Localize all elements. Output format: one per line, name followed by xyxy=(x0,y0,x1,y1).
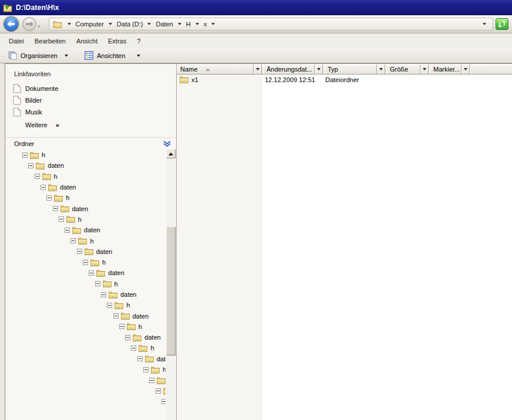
scrollbar-up-button[interactable] xyxy=(166,149,176,158)
menu-item-extras[interactable]: Extras xyxy=(103,36,132,46)
tree-node-h-16[interactable]: h xyxy=(6,321,166,332)
tree-collapse-toggle[interactable] xyxy=(101,292,106,297)
tree-node-h-0[interactable]: h xyxy=(6,150,166,160)
tree-node-h-6[interactable]: h xyxy=(6,214,166,225)
column-filter-dropdown[interactable] xyxy=(462,65,470,74)
tree-node-daten-19[interactable]: daten xyxy=(6,354,166,364)
views-dropdown-arrow xyxy=(137,55,140,57)
address-history-dropdown[interactable] xyxy=(483,23,486,25)
back-button[interactable] xyxy=(4,16,19,32)
tree-node-h-20[interactable]: h xyxy=(6,364,166,375)
favorites-more-link[interactable]: Weitere» xyxy=(25,121,59,128)
tree-collapse-toggle[interactable] xyxy=(125,335,130,340)
tree-node-daten-23[interactable]: daten xyxy=(6,397,166,407)
column-header-name[interactable]: Name xyxy=(177,65,254,74)
menu-item-bearbeiten[interactable]: Bearbeiten xyxy=(29,36,71,46)
column-filter-dropdown[interactable] xyxy=(315,65,323,74)
menu-item-ansicht[interactable]: Ansicht xyxy=(71,36,103,46)
favorite-item-dokumente[interactable]: Dokumente xyxy=(13,84,58,93)
window-folder-icon[interactable] xyxy=(3,4,13,12)
double-chevron-right-icon: » xyxy=(56,121,59,128)
column-filter-dropdown[interactable] xyxy=(377,65,385,74)
tree-node-label: daten xyxy=(108,269,124,276)
tree-node-daten-13[interactable]: daten xyxy=(6,289,166,300)
tree-collapse-toggle[interactable] xyxy=(113,313,119,319)
crumb-separator-icon[interactable] xyxy=(147,23,151,25)
tree-node-label: daten xyxy=(48,162,64,169)
tree-node-h-12[interactable]: h xyxy=(6,279,166,289)
views-button[interactable]: Ansichten xyxy=(81,49,144,62)
file-row-x1[interactable]: x112.12.2009 12:51Dateiordner xyxy=(177,75,512,86)
tree-collapse-toggle[interactable] xyxy=(119,324,124,329)
breadcrumb[interactable]: ComputerData (D:)DatenHx xyxy=(49,18,493,31)
tree-collapse-toggle[interactable] xyxy=(89,270,94,276)
tree-collapse-toggle[interactable] xyxy=(65,228,70,233)
tree-node-daten-21[interactable]: daten xyxy=(6,375,166,385)
tree-node-daten-25[interactable]: daten xyxy=(6,418,166,420)
scrollbar-thumb[interactable] xyxy=(166,226,176,355)
column-filter-dropdown[interactable] xyxy=(420,65,429,74)
tree-collapse-toggle[interactable] xyxy=(83,260,88,265)
tree-node-daten-3[interactable]: daten xyxy=(6,182,166,192)
tree-collapse-toggle[interactable] xyxy=(149,378,154,383)
tree-collapse-toggle[interactable] xyxy=(95,281,100,286)
forward-button[interactable] xyxy=(22,17,36,31)
column-header-typ[interactable]: Typ xyxy=(324,65,377,74)
column-header-gre[interactable]: Größe xyxy=(386,65,420,74)
tree-node-h-10[interactable]: h xyxy=(6,257,166,267)
tree-node-h-2[interactable]: h xyxy=(6,171,166,182)
menu-item-datei[interactable]: Datei xyxy=(4,36,29,46)
crumb-separator-icon[interactable] xyxy=(109,23,112,25)
tree-collapse-toggle[interactable] xyxy=(131,346,136,351)
folders-band[interactable]: Ordner xyxy=(5,137,176,150)
breadcrumb-item-x[interactable]: x xyxy=(203,19,208,29)
tree-node-label: daten xyxy=(120,291,137,298)
tree-node-daten-15[interactable]: daten xyxy=(6,310,166,321)
tree-node-h-14[interactable]: h xyxy=(6,300,166,310)
favorite-item-bilder[interactable]: Bilder xyxy=(13,96,42,105)
tree-collapse-toggle[interactable] xyxy=(156,388,161,394)
tree-node-daten-5[interactable]: daten xyxy=(6,203,166,214)
tree-collapse-toggle[interactable] xyxy=(70,238,76,243)
tree-node-daten-9[interactable]: daten xyxy=(6,246,166,257)
organize-button[interactable]: Organisieren xyxy=(5,49,72,62)
recent-pages-chevron[interactable]: ▿ xyxy=(38,23,41,29)
column-header-markier[interactable]: Markier... xyxy=(430,65,462,74)
tree-node-h-4[interactable]: h xyxy=(6,192,166,203)
breadcrumb-item-daten[interactable]: Daten xyxy=(155,19,173,29)
tree-collapse-toggle[interactable] xyxy=(107,303,112,308)
crumb-separator-icon[interactable] xyxy=(178,23,181,25)
breadcrumb-item-computer[interactable]: Computer xyxy=(75,19,105,29)
refresh-button[interactable] xyxy=(496,18,508,30)
tree-collapse-toggle[interactable] xyxy=(59,216,64,222)
tree-node-h-18[interactable]: h xyxy=(6,343,166,353)
tree-collapse-toggle[interactable] xyxy=(53,206,58,211)
chevron-down-icon[interactable] xyxy=(163,141,171,147)
tree-node-daten-17[interactable]: daten xyxy=(6,332,166,343)
breadcrumb-item-h[interactable]: H xyxy=(186,19,191,29)
tree-collapse-toggle[interactable] xyxy=(161,399,166,404)
tree-collapse-toggle[interactable] xyxy=(77,249,82,254)
crumb-separator-icon[interactable] xyxy=(211,23,215,25)
tree-collapse-toggle[interactable] xyxy=(143,367,149,372)
tree-node-h-8[interactable]: h xyxy=(6,235,166,246)
breadcrumb-item-data-d-[interactable]: Data (D:) xyxy=(116,19,144,29)
tree-collapse-toggle[interactable] xyxy=(35,174,40,179)
column-header-nderungsdat[interactable]: Änderungsdat... xyxy=(263,65,315,74)
crumb-separator-icon[interactable] xyxy=(68,23,71,25)
crumb-separator-icon[interactable] xyxy=(196,23,199,25)
tree-node-daten-7[interactable]: daten xyxy=(6,225,166,235)
tree-collapse-toggle[interactable] xyxy=(22,153,28,158)
tree-node-h-22[interactable]: h xyxy=(6,386,166,397)
tree-node-daten-1[interactable]: daten xyxy=(6,160,166,171)
tree-collapse-toggle[interactable] xyxy=(28,163,33,168)
tree-collapse-toggle[interactable] xyxy=(46,195,52,201)
tree-collapse-toggle[interactable] xyxy=(137,356,143,361)
favorite-item-musik[interactable]: Musik xyxy=(13,107,42,117)
tree-scrollbar[interactable] xyxy=(166,149,176,420)
tree-collapse-toggle[interactable] xyxy=(41,185,46,190)
tree-node-h-24[interactable]: h xyxy=(6,407,166,418)
column-filter-dropdown[interactable] xyxy=(254,65,262,74)
tree-node-daten-11[interactable]: daten xyxy=(6,267,166,278)
menu-item--[interactable]: ? xyxy=(132,36,146,46)
